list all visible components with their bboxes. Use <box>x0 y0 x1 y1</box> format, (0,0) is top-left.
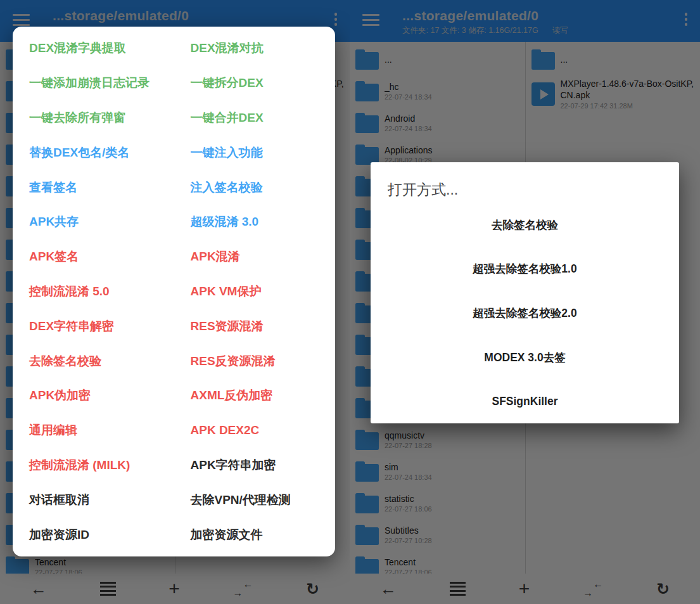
script-menu-item[interactable]: APK DEX2C <box>174 413 336 448</box>
open-with-option[interactable]: 去除签名校验 <box>371 203 679 247</box>
script-menu-item[interactable]: 超级混淆 3.0 <box>174 205 336 240</box>
script-menu-item[interactable]: 替换DEX包名/类名 <box>13 135 174 170</box>
script-menu-item[interactable]: RES资源混淆 <box>174 309 336 344</box>
script-menu-item[interactable]: 控制流混淆 (MILK) <box>13 448 174 483</box>
script-menu-item[interactable]: 加密资源文件 <box>174 517 336 552</box>
dialog-title: 打开方式... <box>371 162 679 200</box>
script-menu-item[interactable]: 注入签名校验 <box>174 170 336 205</box>
script-menu-item[interactable]: DEX字符串解密 <box>13 309 174 344</box>
script-menu-item[interactable]: 一键拆分DEX <box>174 66 336 101</box>
script-menu-popup: DEX混淆字典提取一键添加崩溃日志记录一键去除所有弹窗替换DEX包名/类名查看签… <box>13 27 335 556</box>
script-menu-item[interactable]: 一键去除所有弹窗 <box>13 101 174 136</box>
script-menu-item[interactable]: APK签名 <box>13 240 174 274</box>
phone-screen-right: ...storage/emulated/0 文件夹: 17 文件: 3 储存: … <box>350 0 700 604</box>
script-menu-item[interactable]: AXML反伪加密 <box>174 378 336 413</box>
open-with-option[interactable]: SFSignKiller <box>371 379 679 423</box>
script-menu-item[interactable]: 对话框取消 <box>13 482 174 517</box>
dialog-options: 去除签名校验超强去除签名校验1.0超强去除签名校验2.0MODEX 3.0去签S… <box>371 203 679 423</box>
script-menu-item[interactable]: APK字符串加密 <box>174 448 336 483</box>
script-menu-item[interactable]: DEX混淆对抗 <box>174 31 336 66</box>
open-with-option[interactable]: MODEX 3.0去签 <box>371 335 679 380</box>
script-menu-item[interactable]: 去除VPN/代理检测 <box>174 482 336 517</box>
phone-screen-left: ...storage/emulated/0 ..._hc22-07-24 18:… <box>0 0 350 604</box>
script-menu-item[interactable]: APK混淆 <box>174 240 336 274</box>
script-menu-item[interactable]: 一键注入功能 <box>174 135 336 170</box>
script-menu-item[interactable]: APK VM保护 <box>174 274 336 309</box>
script-menu-column-2: DEX混淆对抗一键拆分DEX一键合并DEX一键注入功能注入签名校验超级混淆 3.… <box>174 31 336 552</box>
script-menu-item[interactable]: RES反资源混淆 <box>174 344 336 378</box>
open-with-option[interactable]: 超强去除签名校验2.0 <box>371 291 679 335</box>
script-menu-item[interactable]: APK伪加密 <box>13 378 174 413</box>
dual-screenshot: ...storage/emulated/0 ..._hc22-07-24 18:… <box>0 0 700 604</box>
script-menu-column-1: DEX混淆字典提取一键添加崩溃日志记录一键去除所有弹窗替换DEX包名/类名查看签… <box>13 31 174 552</box>
open-with-option[interactable]: 超强去除签名校验1.0 <box>371 247 679 292</box>
script-menu-item[interactable]: 一键合并DEX <box>174 101 336 136</box>
script-menu-item[interactable]: 通用编辑 <box>13 413 174 448</box>
script-menu-item[interactable]: 一键添加崩溃日志记录 <box>13 66 174 101</box>
script-menu-item[interactable]: 去除签名校验 <box>13 344 174 378</box>
script-menu-item[interactable]: 查看签名 <box>13 170 174 205</box>
script-menu-item[interactable]: 控制流混淆 5.0 <box>13 274 174 309</box>
open-with-dialog: 打开方式... 去除签名校验超强去除签名校验1.0超强去除签名校验2.0MODE… <box>371 162 679 423</box>
script-menu-item[interactable]: APK共存 <box>13 205 174 240</box>
script-menu-item[interactable]: 加密资源ID <box>13 517 174 552</box>
script-menu-item[interactable]: DEX混淆字典提取 <box>13 31 174 66</box>
